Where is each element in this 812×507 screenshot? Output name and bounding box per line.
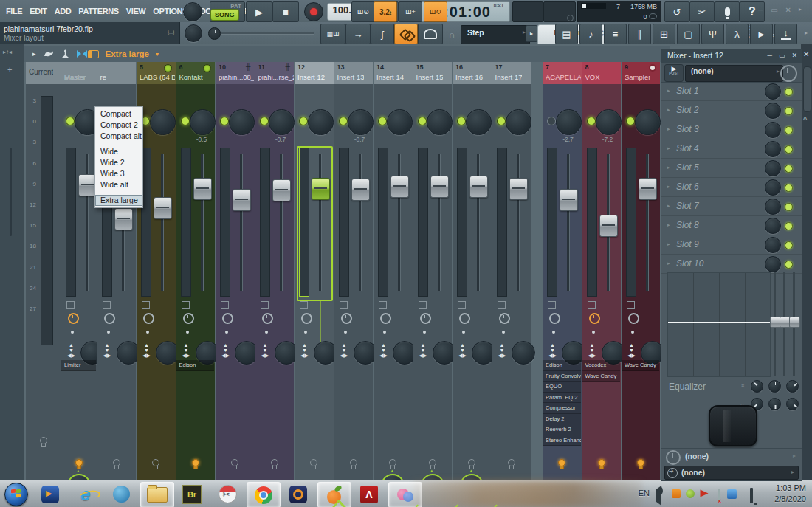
track-enable-led[interactable] — [299, 117, 308, 125]
overdub-button[interactable]: Ш+ — [399, 1, 422, 22]
minimize-button[interactable]: ─ — [758, 6, 763, 14]
slot-enable-led[interactable] — [785, 261, 793, 269]
track-fader-handle[interactable] — [560, 189, 578, 211]
track-volume-knob[interactable] — [190, 109, 216, 135]
mixer-menu-arrow[interactable]: ▸ — [32, 50, 36, 58]
taskbar-app-aimp[interactable] — [282, 482, 314, 506]
menu-item-view[interactable]: VIEW — [123, 4, 149, 18]
slot-enable-led[interactable] — [785, 241, 793, 249]
track-volume-knob[interactable] — [556, 109, 582, 135]
fx-enable-lamp[interactable] — [113, 459, 120, 469]
track-volume-knob[interactable] — [269, 109, 295, 135]
track-clock-icon[interactable] — [380, 313, 391, 324]
version-more-arrow[interactable]: ▸ — [805, 30, 808, 36]
fx-enable-lamp[interactable] — [637, 459, 644, 469]
track-volume-knob[interactable] — [150, 109, 176, 135]
mixer-track-sampler[interactable]: 9Sampler▲▼◀▶Wave Candy▲ — [622, 62, 661, 480]
eq-freq-knob-mid[interactable] — [768, 398, 781, 410]
record-arm-box[interactable] — [221, 301, 229, 309]
mixer-track-insert-15[interactable]: 15Insert 15▲▼◀▶ — [413, 62, 453, 480]
taskbar-app-chrome[interactable] — [247, 482, 281, 507]
midi-output-button[interactable] — [418, 24, 443, 44]
layout-menu-item-wide-3[interactable]: Wide 3 — [95, 168, 142, 179]
song-label[interactable]: SONG — [210, 9, 239, 21]
rack-slot-4[interactable]: ▸Slot 4 — [661, 139, 802, 159]
shuffle-knob[interactable] — [208, 27, 221, 40]
fx-enable-lamp[interactable] — [468, 459, 475, 469]
slot-mix-knob[interactable] — [765, 237, 781, 253]
fx-enable-lamp[interactable] — [40, 437, 47, 447]
eq-gain-knob-low[interactable] — [751, 380, 763, 393]
track-clock-icon[interactable] — [499, 313, 510, 324]
eq-gain-knob-high[interactable] — [786, 380, 799, 393]
mixer-track-insert-17[interactable]: 17Insert 17▲▼◀▶▲ — [492, 62, 532, 480]
track-fader-handle[interactable] — [639, 178, 657, 200]
xy-controller-pad[interactable] — [709, 405, 757, 446]
rack-slot-1[interactable]: ▸Slot 1 — [661, 82, 802, 101]
countdown-button[interactable]: 3.2t — [374, 1, 397, 22]
mixer-track-insert-13[interactable]: 13Insert 13-0.7▲▼◀▶▲ — [334, 62, 374, 480]
tray-volume-icon[interactable] — [656, 486, 661, 506]
mixer-toggle[interactable]: ∥ — [628, 24, 651, 44]
taskbar-app-paint[interactable] — [388, 482, 422, 507]
menu-item-add[interactable]: ADD — [52, 4, 75, 18]
rack-slot-7[interactable]: ▸Slot 7 — [661, 197, 802, 216]
rack-input-selector[interactable]: (none) ▸ — [685, 65, 783, 82]
browser-toggle[interactable]: ⊞ — [653, 24, 675, 44]
fx-enable-lamp[interactable] — [310, 459, 317, 469]
dock-arrows[interactable]: ▸↑◂ — [3, 49, 12, 55]
track-fader-handle[interactable] — [114, 208, 133, 230]
start-button[interactable] — [4, 483, 28, 506]
record-arm-box[interactable] — [627, 301, 635, 309]
track-volume-knob[interactable] — [506, 109, 531, 135]
step-edit-button[interactable]: → — [345, 24, 371, 44]
tuner-toggle[interactable]: λ — [726, 24, 749, 44]
track-fader-handle[interactable] — [599, 215, 618, 237]
slot-mix-knob[interactable] — [765, 199, 781, 215]
mixer-track-kontakt[interactable]: 6Kontakt-0.5▲▼◀▶Edison▲ — [176, 62, 216, 480]
insert-plugin-vocodex[interactable]: Vocodex — [582, 360, 621, 371]
record-arm-box[interactable] — [300, 301, 308, 309]
track-fader-handle[interactable] — [509, 178, 528, 200]
track-clock-icon[interactable] — [104, 313, 115, 324]
tray-app-green-icon[interactable] — [686, 489, 695, 498]
tray-app-blue-icon[interactable] — [727, 489, 737, 499]
post-gain-button[interactable]: ▶POST — [664, 64, 684, 82]
slot-mix-knob[interactable] — [765, 179, 781, 196]
touch-controller-toggle[interactable]: ► — [750, 24, 773, 44]
track-volume-knob[interactable] — [348, 109, 374, 135]
recording-button[interactable] — [715, 1, 740, 22]
track-clock-icon[interactable] — [549, 313, 560, 324]
track-enable-led[interactable] — [66, 117, 75, 125]
main-volume-knob[interactable] — [183, 2, 202, 21]
track-enable-led[interactable] — [497, 117, 506, 125]
track-fader-handle[interactable] — [193, 178, 212, 200]
track-header[interactable]: 6Kontakt — [176, 62, 216, 84]
rack-minimize-button[interactable]: ─ — [768, 52, 772, 59]
rack-slot-3[interactable]: ▸Slot 3 — [661, 120, 802, 139]
track-header[interactable]: 15Insert 15 — [413, 62, 453, 84]
stereo-pan-arrows[interactable]: ▲▼◀▶ — [340, 342, 348, 358]
track-header[interactable]: 13Insert 13 — [334, 62, 374, 84]
time-mode-label[interactable]: B:S:T — [494, 3, 503, 7]
slot-mix-knob[interactable] — [765, 83, 781, 100]
record-arm-box[interactable] — [340, 301, 348, 309]
rack-slot-10[interactable]: ▸Slot 10 — [661, 255, 802, 274]
track-clock-icon[interactable] — [68, 313, 79, 324]
track-clock-icon[interactable] — [262, 313, 273, 324]
dock-add-icon[interactable]: + — [7, 65, 12, 74]
track-enable-led[interactable] — [181, 117, 190, 125]
layout-caret-icon[interactable]: ▾ — [156, 51, 159, 58]
mixer-track-acapella[interactable]: 7ACAPELLA-2.7▲▼◀▶EdisonFruity ConvolverE… — [543, 62, 582, 480]
track-clock-icon[interactable] — [459, 313, 470, 324]
strip-close-button[interactable]: ✕ — [803, 50, 809, 58]
track-header[interactable]: 10piahin...08_3╫ — [216, 62, 255, 84]
taskbar-app-internet-explorer[interactable]: e — [69, 482, 102, 506]
rack-close-button[interactable]: ✕ — [791, 52, 797, 59]
main-pitch-knob[interactable] — [185, 24, 202, 42]
insert-plugin-param-eq-2[interactable]: Param. EQ 2 — [543, 393, 581, 404]
mixer-track-insert-14[interactable]: 14Insert 14▲▼◀▶ — [374, 62, 413, 480]
dock-scrollbar[interactable] — [10, 148, 12, 236]
plugin-rack-titlebar[interactable]: Mixer - Insert 12 ─ ▭ ✕ — [661, 49, 802, 63]
mixer-track-insert-12[interactable]: 12Insert 12▲▼◀▶▼ — [295, 62, 334, 480]
